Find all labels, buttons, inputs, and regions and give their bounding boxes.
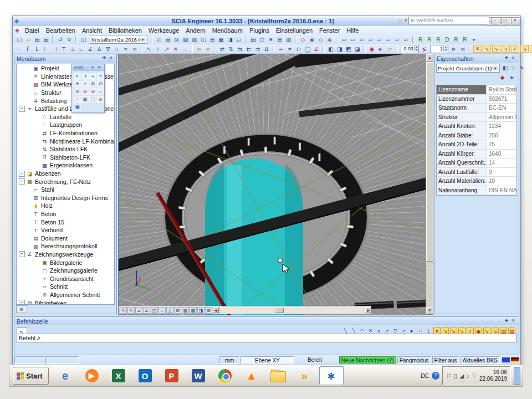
taskbar-word[interactable]: W (186, 366, 211, 385)
tree-expander[interactable]: − (19, 251, 25, 257)
view-tool-icon[interactable]: ⊕ (89, 80, 96, 88)
scrollbar-thumb[interactable] (426, 62, 433, 262)
mdi-close-button[interactable]: ✕ (511, 17, 519, 24)
viewport-tool-icon[interactable]: ⊞ (174, 307, 181, 314)
toolbar-icon[interactable]: ▱ (384, 35, 393, 44)
menu-item[interactable]: Einstellungen (273, 26, 316, 35)
toolbar-icon[interactable]: ∇ (104, 45, 112, 53)
properties-action-icon[interactable]: ► (508, 74, 516, 81)
tree-expander[interactable]: − (19, 106, 25, 112)
help-icon[interactable]: ? (432, 372, 439, 380)
tree-item[interactable]: + Grundrissansicht (17, 274, 114, 283)
tree-item[interactable]: ▥ Integriertes Design Forms (17, 194, 114, 202)
tray-icon[interactable]: ⚐ (446, 372, 452, 380)
undo-icon[interactable]: ↺ (56, 35, 65, 44)
chevron-down-icon[interactable]: ▾ (89, 65, 96, 71)
property-row[interactable]: Anzahl Körper: 1640 (437, 150, 516, 159)
properties-colors-icon[interactable]: ◆ (498, 74, 507, 81)
view-tool-icon[interactable]: ▣ (81, 96, 89, 103)
toolbar-icon[interactable]: ⊓ (294, 45, 303, 53)
taskbar-chrome[interactable] (213, 366, 237, 385)
show-desktop-button[interactable] (514, 367, 520, 385)
tree-expander[interactable]: + (19, 300, 25, 305)
toolbar-icon[interactable]: ⇊ (262, 45, 271, 53)
toolbar-icon[interactable]: ⊥ (68, 45, 77, 53)
property-value[interactable]: 10 (487, 178, 516, 184)
view-tool-icon[interactable]: ◐ (74, 73, 81, 80)
toolbar-icon[interactable]: + (154, 45, 162, 53)
toolbar-icon[interactable]: ≡ (112, 45, 121, 53)
toolbar-icon[interactable]: ◫ (199, 35, 208, 44)
toolbar-icon[interactable]: ━ (277, 45, 285, 53)
toolbar-icon[interactable]: R (461, 35, 469, 44)
toolbar-icon[interactable]: R (434, 35, 443, 44)
viewport-tool-icon[interactable]: ⊠ (205, 307, 212, 314)
toolbar-icon[interactable]: ▧ (181, 35, 190, 44)
property-value[interactable]: DIN EN NA (Deutschland) (487, 187, 516, 193)
toolbar-icon[interactable]: ✓ (511, 45, 519, 53)
viewport-tool-icon[interactable]: ∠ (143, 307, 150, 314)
toolbar-icon[interactable]: ◩ (344, 45, 353, 53)
tree-item[interactable]: − ∠ Zeichnungswerkzeuge (17, 250, 114, 259)
viewport-3d[interactable]: ▲ ▼ ✎✎⊿∠◫≈◬⊞▦▩◨⊠ ◀ ▶ (118, 54, 433, 315)
menu-item[interactable]: Werkzeuge (145, 26, 182, 35)
keyboard-language[interactable]: DE (421, 372, 429, 379)
print-preview-icon[interactable]: ◻ (258, 35, 267, 44)
viewport-tool-icon[interactable]: ≈ (158, 307, 166, 314)
spinner-arrows-icon[interactable]: ▲▼ (414, 46, 418, 52)
toolbar-icon[interactable]: ⇄ (218, 45, 227, 53)
tree-item[interactable]: ⇄ LF-Kombinationen (17, 129, 114, 137)
view-tool-icon[interactable]: ⊚ (89, 88, 96, 95)
toolbar-icon[interactable]: ↘ (520, 45, 529, 53)
tree-item[interactable]: + ▤ Bibliotheken (17, 299, 114, 305)
tree-item[interactable]: + ◪ Absenzen (17, 170, 114, 178)
eigenschaften-header[interactable]: Eigenschaften ✚ ✕ (434, 54, 519, 63)
property-value[interactable]: 1640 (487, 151, 516, 157)
taskbar-vlc[interactable]: ▲ (239, 366, 264, 385)
toolbar-icon[interactable]: Γ (24, 45, 33, 53)
combo-arrow-icon[interactable]: ▼ (492, 66, 498, 70)
property-selector-combo[interactable]: Projekt-Grunddaten (1) ▼ (436, 64, 500, 73)
menu-item[interactable]: Menübaum (209, 26, 246, 35)
toolbar-icon[interactable]: ⊳ (449, 45, 458, 53)
property-value[interactable]: 75 (487, 141, 516, 147)
scroll-left-icon[interactable]: ◀ (213, 308, 219, 313)
combo-arrow-icon[interactable]: ▼ (139, 38, 146, 42)
toolbar-icon[interactable]: ∟ (77, 45, 86, 53)
toolbar-icon[interactable] (412, 36, 415, 43)
taskbar-media-player[interactable]: ▶ (80, 366, 104, 385)
toolbar-icon[interactable]: ≡ (267, 35, 275, 44)
webhelp-search-input[interactable]: In Webhilfe suchen (408, 17, 489, 24)
view-tool-icon[interactable]: ▢ (89, 96, 96, 103)
tree-item[interactable]: ▢ Zeichnungsgalerie (17, 267, 114, 275)
menubaum-tab[interactable]: ▤ (16, 305, 27, 313)
toolbar-icon[interactable]: ∞ (130, 45, 139, 53)
tree-item[interactable]: ∵ Lastgruppen (17, 121, 114, 129)
close-icon[interactable]: ✕ (108, 55, 114, 62)
toolbar-icon[interactable]: ▱ (366, 35, 375, 44)
property-row[interactable]: Anzahl Lastfälle: 9 (437, 168, 516, 177)
view-tool-icon[interactable]: ⊖ (97, 80, 104, 88)
open-icon[interactable]: ▱ (24, 35, 33, 44)
tree-item[interactable]: ✂ Schnitt (17, 283, 114, 291)
toolbar-icon[interactable]: ◈ (308, 35, 316, 44)
command-input[interactable]: Befehl > (17, 334, 516, 343)
clock[interactable]: 16:06 22.06.2019 (479, 369, 507, 382)
toolbar-icon[interactable]: ↖ (145, 45, 154, 53)
viewport-tool-icon[interactable]: ◬ (166, 307, 173, 314)
scroll-right-icon[interactable]: ▶ (365, 308, 371, 313)
toolbar-icon[interactable] (364, 45, 366, 53)
toolbar-icon[interactable]: ↗ (162, 45, 171, 53)
toolbar-icon[interactable]: ≠ (285, 45, 294, 53)
tree-item[interactable]: T Beton (17, 210, 114, 218)
viewport-tool-icon[interactable]: ✎ (127, 307, 135, 314)
tree-item[interactable]: T Beton 15 (17, 218, 114, 226)
tree-item[interactable]: + ▦ Berechnung, FE-Netz (17, 177, 114, 186)
view-tool-icon[interactable]: ◑ (81, 73, 89, 80)
tree-item[interactable]: ▣ Bildergalerie (17, 258, 114, 267)
toolbar-icon[interactable] (323, 45, 325, 53)
toolbar-icon[interactable]: ↘ (502, 45, 510, 53)
toolbar-icon[interactable]: ◎ (172, 35, 181, 44)
properties-filter-icon[interactable]: ▽ (509, 64, 518, 72)
menu-item[interactable]: Hilfe (343, 26, 362, 35)
